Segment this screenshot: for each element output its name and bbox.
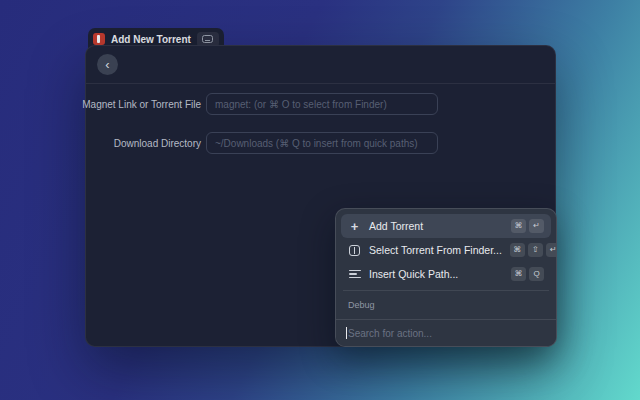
action-add-torrent[interactable]: + Add Torrent ⌘ ↵ (341, 214, 551, 238)
shift-key: ⇧ (528, 243, 543, 257)
transmission-app-icon (93, 33, 105, 45)
debug-section-header: Debug (341, 295, 551, 314)
list-icon (348, 270, 361, 279)
panel-divider (343, 290, 549, 291)
shortcut-keys: ⌘ ⇧ ↵ (510, 243, 556, 257)
back-button[interactable]: ‹ (97, 54, 118, 75)
tab-title: Add New Torrent (111, 34, 191, 45)
plus-icon: + (348, 220, 361, 233)
return-key: ↵ (529, 219, 544, 233)
magnet-link-input[interactable] (206, 93, 438, 115)
action-search-input[interactable] (348, 328, 546, 339)
text-cursor (346, 327, 347, 339)
action-panel: + Add Torrent ⌘ ↵ Select Torrent From Fi… (335, 208, 557, 347)
magnet-field-label: Magnet Link or Torrent File (97, 99, 201, 110)
window-mode-icon (202, 35, 213, 43)
cmd-key: ⌘ (511, 267, 526, 281)
action-select-from-finder[interactable]: Select Torrent From Finder... ⌘ ⇧ ↵ (341, 238, 551, 262)
action-search-bar (336, 319, 556, 346)
q-key: Q (529, 267, 544, 281)
window-header: ‹ (86, 46, 555, 84)
shortcut-keys: ⌘ ↵ (511, 219, 544, 233)
cmd-key: ⌘ (511, 219, 526, 233)
shortcut-keys: ⌘ Q (511, 267, 544, 281)
cmd-key: ⌘ (510, 243, 525, 257)
directory-field-label: Download Directory (97, 138, 201, 149)
return-key: ↵ (546, 243, 556, 257)
action-list: + Add Torrent ⌘ ↵ Select Torrent From Fi… (336, 209, 556, 321)
action-insert-quick-path[interactable]: Insert Quick Path... ⌘ Q (341, 262, 551, 286)
finder-icon (348, 245, 361, 256)
download-directory-input[interactable] (206, 132, 438, 154)
